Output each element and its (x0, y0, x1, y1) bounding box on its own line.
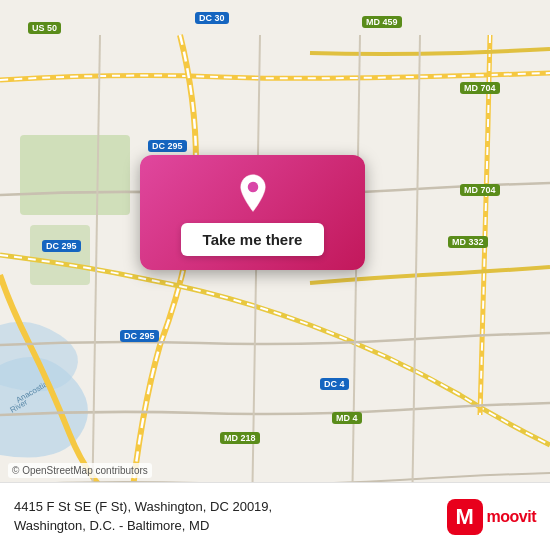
badge-dc295-mid: DC 295 (148, 140, 187, 152)
badge-md704-bot: MD 704 (460, 184, 500, 196)
address-line2: Washington, D.C. - Baltimore, MD (14, 517, 437, 535)
take-me-there-button[interactable]: Take me there (181, 223, 325, 256)
badge-dc4: DC 4 (320, 378, 349, 390)
badge-dc295-left: DC 295 (42, 240, 81, 252)
map-container: Anacostia River (0, 0, 550, 550)
svg-rect-2 (20, 135, 130, 215)
bottom-bar: 4415 F St SE (F St), Washington, DC 2001… (0, 482, 550, 550)
badge-md332: MD 332 (448, 236, 488, 248)
address-line1: 4415 F St SE (F St), Washington, DC 2001… (14, 498, 437, 516)
badge-md4: MD 4 (332, 412, 362, 424)
badge-md459: MD 459 (362, 16, 402, 28)
moovit-text: moovit (487, 508, 536, 526)
take-me-there-overlay: Take me there (140, 155, 365, 270)
svg-point-4 (247, 182, 258, 193)
map-attribution: © OpenStreetMap contributors (8, 463, 152, 478)
moovit-m-icon: M (447, 499, 483, 535)
moovit-logo: M moovit (447, 499, 536, 535)
badge-dc30: DC 30 (195, 12, 229, 24)
badge-us50: US 50 (28, 22, 61, 34)
badge-md218: MD 218 (220, 432, 260, 444)
address-block: 4415 F St SE (F St), Washington, DC 2001… (14, 498, 437, 534)
location-pin-icon (232, 173, 274, 215)
svg-rect-3 (30, 225, 90, 285)
badge-md704-top: MD 704 (460, 82, 500, 94)
badge-dc295-bot: DC 295 (120, 330, 159, 342)
